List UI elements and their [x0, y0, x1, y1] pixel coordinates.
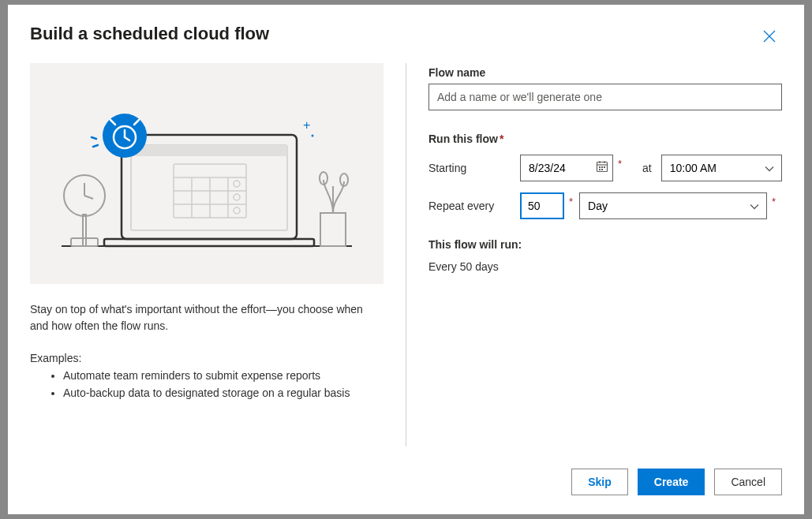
svg-point-19 — [234, 181, 240, 187]
vertical-divider — [406, 63, 406, 446]
scheduled-flow-modal: Build a scheduled cloud flow — [8, 5, 804, 514]
unit-select-wrap: Day — [579, 192, 767, 219]
svg-rect-3 — [83, 215, 86, 246]
repeat-label: Repeat every — [428, 200, 520, 212]
svg-rect-11 — [104, 239, 314, 246]
start-time-select[interactable]: 10:00 AM — [661, 155, 782, 181]
starting-label: Starting — [428, 162, 520, 174]
run-label-text: Run this flow — [428, 133, 498, 145]
close-button[interactable] — [757, 24, 782, 49]
modal-title: Build a scheduled cloud flow — [30, 24, 269, 44]
starting-row: Starting — [428, 155, 782, 181]
right-column: Flow name Run this flow* Starting — [428, 63, 782, 454]
skip-button[interactable]: Skip — [571, 469, 628, 495]
at-label: at — [642, 162, 652, 174]
flow-name-input[interactable] — [428, 84, 782, 110]
flow-name-label: Flow name — [428, 66, 782, 79]
required-mark: * — [500, 133, 503, 145]
svg-text:+: + — [303, 118, 310, 132]
svg-rect-10 — [131, 145, 287, 156]
required-mark: * — [618, 155, 622, 170]
svg-rect-4 — [71, 238, 98, 246]
repeat-row: Repeat every * Day * — [428, 192, 782, 219]
flow-illustration: + — [30, 63, 384, 284]
svg-rect-22 — [320, 213, 346, 246]
svg-line-29 — [92, 137, 96, 139]
modal-body: + Stay on top of what's important withou… — [30, 63, 782, 454]
flow-run-summary-label: This flow will run: — [428, 238, 782, 251]
modal-footer: Skip Create Cancel — [30, 454, 782, 495]
repeat-interval-input[interactable] — [520, 192, 564, 219]
create-button[interactable]: Create — [638, 469, 705, 495]
cancel-button[interactable]: Cancel — [714, 469, 782, 495]
examples-list: Automate team reminders to submit expens… — [30, 368, 384, 401]
example-item: Auto-backup data to designated storage o… — [63, 385, 384, 402]
modal-header: Build a scheduled cloud flow — [30, 24, 782, 49]
date-input-wrap — [520, 155, 613, 181]
svg-point-21 — [234, 207, 240, 214]
run-this-flow-label: Run this flow* — [428, 133, 782, 145]
svg-line-7 — [84, 196, 93, 199]
svg-point-20 — [234, 194, 240, 200]
svg-line-30 — [93, 145, 98, 147]
required-mark: * — [569, 192, 573, 207]
svg-point-32 — [312, 135, 314, 137]
required-mark: * — [772, 192, 776, 207]
repeat-unit-select[interactable]: Day — [579, 192, 767, 219]
flow-run-summary-value: Every 50 days — [428, 260, 782, 273]
example-item: Automate team reminders to submit expens… — [63, 368, 384, 385]
time-select-wrap: 10:00 AM — [661, 155, 782, 181]
close-icon — [763, 30, 776, 43]
description-text: Stay on top of what's important without … — [30, 301, 384, 334]
left-column: + Stay on top of what's important withou… — [30, 63, 384, 454]
start-date-input[interactable] — [520, 155, 613, 181]
examples-label: Examples: — [30, 352, 384, 364]
